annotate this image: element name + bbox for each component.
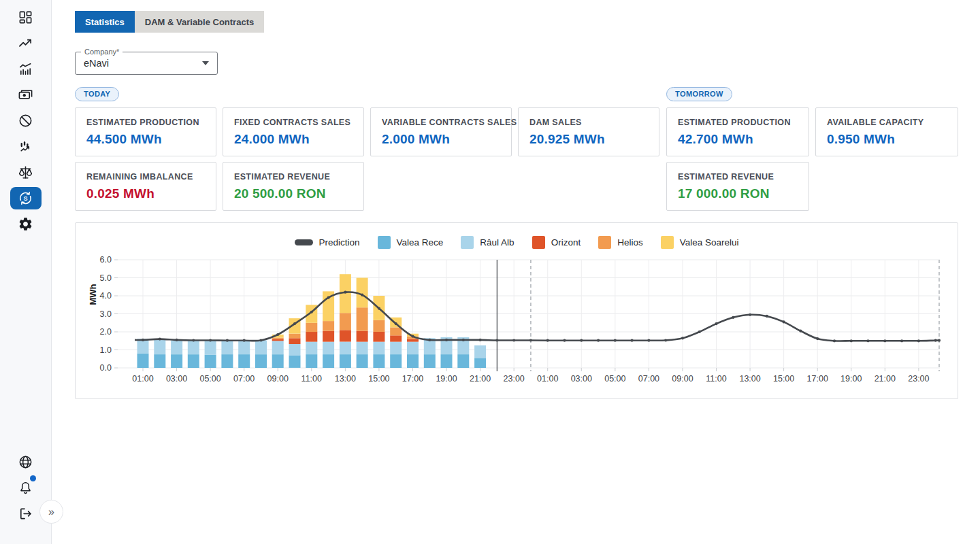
legend-swatch: [598, 236, 611, 249]
svg-text:MWh: MWh: [88, 284, 98, 305]
sidebar-bottom: [10, 451, 42, 528]
stat-card-value: 24.000 MWh: [234, 132, 353, 147]
currency-exchange-icon: S: [18, 190, 33, 206]
legend-swatch: [378, 236, 391, 249]
block-icon: [18, 113, 33, 129]
sidebar-expand-button[interactable]: »: [39, 500, 63, 524]
svg-text:11:00: 11:00: [301, 374, 322, 384]
stat-card-label: FIXED CONTRACTS SALES: [234, 118, 353, 127]
legend-swatch: [532, 236, 545, 249]
svg-text:1.0: 1.0: [100, 345, 112, 355]
svg-text:01:00: 01:00: [537, 374, 558, 384]
stat-card-label: REMAINING IMBALANCE: [86, 172, 205, 182]
today-cards: ESTIMATED PRODUCTION44.500 MWhFIXED CONT…: [75, 107, 659, 211]
svg-text:6.0: 6.0: [100, 255, 112, 265]
sidebar-item-payments[interactable]: [10, 84, 42, 106]
logout-icon: [18, 506, 33, 522]
sidebar-item-restrictions[interactable]: [10, 109, 42, 132]
stat-card: ESTIMATED PRODUCTION44.500 MWh: [75, 107, 216, 156]
stat-card-label: ESTIMATED REVENUE: [678, 172, 798, 182]
stat-card-label: DAM SALES: [529, 118, 648, 127]
legend-swatch: [661, 236, 674, 249]
today-section: TODAY ESTIMATED PRODUCTION44.500 MWhFIXE…: [75, 87, 659, 211]
tab-dam-variable-contracts[interactable]: DAM & Variable Contracts: [135, 11, 264, 33]
stat-card: ESTIMATED REVENUE17 000.00 RON: [666, 162, 809, 211]
payments-icon: [18, 87, 33, 103]
trending-up-icon: [18, 35, 33, 51]
svg-text:13:00: 13:00: [335, 374, 356, 384]
notifications-button[interactable]: [10, 477, 42, 499]
stat-card-value: 42.700 MWh: [678, 132, 798, 147]
legend-item[interactable]: Orizont: [532, 236, 581, 249]
settings-icon: [18, 216, 33, 232]
stat-card: ESTIMATED REVENUE20 500.00 RON: [223, 162, 364, 211]
stat-card-label: ESTIMATED PRODUCTION: [678, 118, 798, 127]
svg-text:09:00: 09:00: [672, 374, 693, 384]
company-select-label: Company*: [81, 48, 122, 56]
svg-text:5.0: 5.0: [100, 273, 112, 283]
stat-card: DAM SALES20.925 MWh: [518, 107, 659, 156]
stat-card: AVAILABLE CAPACITY0.950 MWh: [815, 107, 958, 156]
legend-label: Valea Soarelui: [680, 237, 739, 248]
production-chart: 0.01.02.03.04.05.06.001:0003:0005:0007:0…: [76, 223, 958, 398]
svg-text:S: S: [23, 195, 27, 202]
balance-icon: [18, 165, 33, 180]
svg-text:19:00: 19:00: [436, 374, 457, 384]
sidebar: S »: [0, 0, 52, 544]
company-select[interactable]: Company* eNavi: [75, 52, 218, 75]
svg-text:23:00: 23:00: [908, 374, 929, 384]
legend-item[interactable]: Râul Alb: [461, 236, 514, 249]
svg-text:07:00: 07:00: [233, 374, 255, 384]
stat-card-value: 0.950 MWh: [827, 132, 947, 147]
svg-text:21:00: 21:00: [470, 374, 491, 384]
legend-item[interactable]: Valea Soarelui: [661, 236, 739, 249]
sidebar-item-imbalance[interactable]: [10, 135, 42, 158]
language-button[interactable]: [10, 451, 42, 473]
sidebar-item-settings[interactable]: [10, 213, 42, 235]
svg-text:07:00: 07:00: [638, 374, 659, 384]
tomorrow-section: TOMORROW ESTIMATED PRODUCTION42.700 MWhA…: [666, 87, 958, 211]
svg-text:2.0: 2.0: [100, 327, 112, 337]
production-chart-card: PredictionValea ReceRâul AlbOrizontHelio…: [75, 222, 958, 399]
stat-card: FIXED CONTRACTS SALES24.000 MWh: [223, 107, 364, 156]
stat-card-label: ESTIMATED PRODUCTION: [86, 118, 205, 127]
stat-card-label: ESTIMATED REVENUE: [234, 172, 353, 182]
tomorrow-badge: TOMORROW: [666, 87, 732, 101]
svg-text:11:00: 11:00: [706, 374, 726, 384]
stat-card-value: 0.025 MWh: [86, 186, 205, 201]
sidebar-item-statistics[interactable]: [10, 58, 42, 80]
svg-text:05:00: 05:00: [604, 374, 625, 384]
sidebar-item-sales[interactable]: S: [10, 187, 42, 209]
svg-text:4.0: 4.0: [100, 291, 112, 301]
stat-card-value: 2.000 MWh: [382, 132, 500, 147]
sidebar-item-balancing[interactable]: [10, 161, 42, 184]
svg-text:01:00: 01:00: [132, 374, 153, 384]
tab-statistics[interactable]: Statistics: [75, 11, 135, 33]
analytics-icon: [18, 61, 33, 77]
chevron-down-icon: [202, 61, 209, 65]
sidebar-item-dashboard[interactable]: [10, 6, 42, 29]
svg-text:23:00: 23:00: [504, 374, 525, 384]
svg-text:03:00: 03:00: [166, 374, 187, 384]
legend-item[interactable]: Helios: [598, 236, 643, 249]
stat-card-label: VARIABLE CONTRACTS SALES: [382, 118, 500, 127]
main-content: Statistics DAM & Variable Contracts Comp…: [52, 0, 980, 544]
today-badge: TODAY: [75, 87, 119, 101]
sidebar-item-trading[interactable]: [10, 32, 42, 54]
legend-item[interactable]: Valea Rece: [378, 236, 444, 249]
globe-icon: [18, 454, 33, 470]
stat-card: ESTIMATED PRODUCTION42.700 MWh: [666, 107, 809, 156]
stat-groups: TODAY ESTIMATED PRODUCTION44.500 MWhFIXE…: [75, 87, 980, 211]
svg-text:05:00: 05:00: [199, 374, 220, 384]
svg-text:09:00: 09:00: [267, 374, 289, 384]
stat-card-value: 17 000.00 RON: [678, 186, 798, 201]
logout-button[interactable]: [10, 503, 42, 525]
stat-card-value: 20 500.00 RON: [234, 186, 353, 201]
legend-item[interactable]: Prediction: [295, 236, 360, 249]
svg-text:15:00: 15:00: [773, 374, 794, 384]
waterfall-chart-icon: [18, 139, 33, 154]
legend-label: Helios: [617, 237, 643, 248]
stat-card-label: AVAILABLE CAPACITY: [827, 118, 947, 127]
stat-card-value: 44.500 MWh: [86, 132, 205, 147]
stat-card: REMAINING IMBALANCE0.025 MWh: [75, 162, 216, 211]
